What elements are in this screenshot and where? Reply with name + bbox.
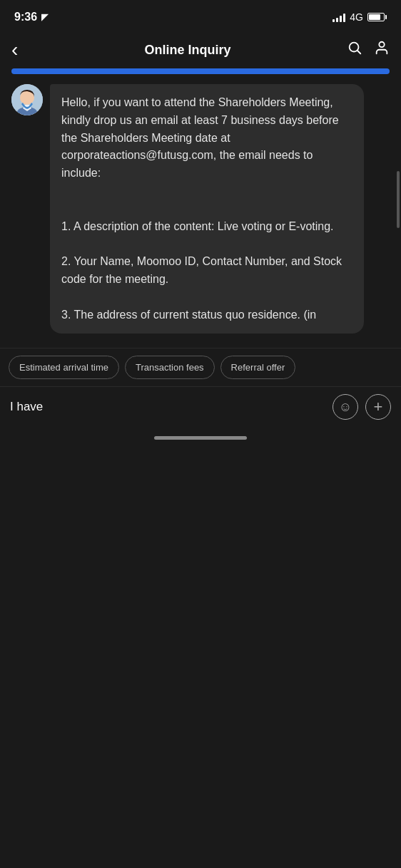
message-text: Hello, if you want to attend the Shareho…: [61, 96, 339, 179]
battery: [367, 13, 387, 21]
profile-icon[interactable]: [374, 40, 390, 60]
svg-point-2: [379, 42, 384, 47]
message-row: Hello, if you want to attend the Shareho…: [11, 84, 390, 334]
signal-bar-2: [336, 18, 338, 22]
status-time: 9:36 ◤: [14, 11, 48, 24]
quick-reply-chip-1[interactable]: Estimated arrival time: [9, 356, 119, 379]
network-label: 4G: [350, 11, 363, 23]
search-icon[interactable]: [347, 40, 362, 60]
battery-body: [367, 13, 385, 21]
scroll-indicator[interactable]: [397, 171, 400, 228]
quick-reply-chip-3[interactable]: Referral offer: [220, 356, 296, 379]
battery-fill: [369, 14, 380, 20]
page-title: Online Inquiry: [37, 43, 338, 58]
nav-bar: ‹ Online Inquiry: [0, 31, 401, 68]
add-button[interactable]: +: [365, 394, 391, 420]
message-input[interactable]: [10, 400, 325, 414]
nav-actions: [338, 40, 390, 60]
quick-replies: Estimated arrival time Transaction fees …: [0, 348, 401, 386]
status-right: 4G: [333, 11, 387, 23]
status-bar: 9:36 ◤ 4G: [0, 0, 401, 31]
quick-reply-chip-2[interactable]: Transaction fees: [125, 356, 215, 379]
location-icon: ◤: [41, 12, 48, 22]
signal-bar-4: [343, 14, 345, 22]
message-bubble: Hello, if you want to attend the Shareho…: [50, 84, 364, 334]
back-button[interactable]: ‹: [11, 40, 37, 60]
home-bar: [154, 436, 247, 440]
top-tab-indicator: [11, 68, 390, 74]
signal-bar-3: [340, 16, 342, 22]
input-bar: ☺ +: [0, 386, 401, 427]
signal-bars: [333, 12, 345, 22]
message-text-list: 1. A description of the content: Live vo…: [61, 220, 342, 321]
svg-line-1: [357, 51, 360, 53]
battery-tip: [385, 15, 387, 19]
svg-point-0: [350, 43, 359, 52]
avatar-image: [11, 84, 43, 115]
emoji-button[interactable]: ☺: [333, 394, 358, 420]
signal-bar-1: [333, 19, 335, 22]
avatar: [11, 84, 43, 115]
chat-area: Hello, if you want to attend the Shareho…: [0, 78, 401, 348]
home-indicator: [0, 427, 401, 448]
